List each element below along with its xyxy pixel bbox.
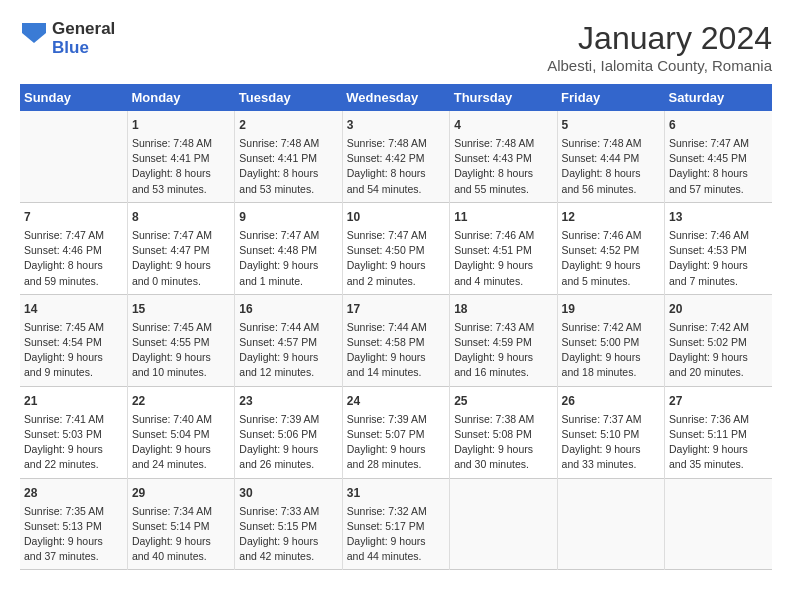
- day-cell: 11Sunrise: 7:46 AMSunset: 4:51 PMDayligh…: [450, 202, 557, 294]
- day-cell: 27Sunrise: 7:36 AMSunset: 5:11 PMDayligh…: [665, 386, 772, 478]
- day-cell: 8Sunrise: 7:47 AMSunset: 4:47 PMDaylight…: [127, 202, 234, 294]
- day-number: 2: [239, 116, 337, 134]
- day-info: Sunrise: 7:35 AMSunset: 5:13 PMDaylight:…: [24, 504, 123, 565]
- logo-text: General Blue: [52, 20, 115, 57]
- day-info: Sunrise: 7:42 AMSunset: 5:02 PMDaylight:…: [669, 320, 768, 381]
- day-info: Sunrise: 7:45 AMSunset: 4:54 PMDaylight:…: [24, 320, 123, 381]
- day-cell: 5Sunrise: 7:48 AMSunset: 4:44 PMDaylight…: [557, 111, 664, 202]
- day-cell: 2Sunrise: 7:48 AMSunset: 4:41 PMDaylight…: [235, 111, 342, 202]
- day-cell: 16Sunrise: 7:44 AMSunset: 4:57 PMDayligh…: [235, 294, 342, 386]
- day-info: Sunrise: 7:45 AMSunset: 4:55 PMDaylight:…: [132, 320, 230, 381]
- day-info: Sunrise: 7:46 AMSunset: 4:52 PMDaylight:…: [562, 228, 660, 289]
- day-info: Sunrise: 7:48 AMSunset: 4:42 PMDaylight:…: [347, 136, 445, 197]
- day-info: Sunrise: 7:47 AMSunset: 4:45 PMDaylight:…: [669, 136, 768, 197]
- day-cell: 29Sunrise: 7:34 AMSunset: 5:14 PMDayligh…: [127, 478, 234, 570]
- day-info: Sunrise: 7:47 AMSunset: 4:50 PMDaylight:…: [347, 228, 445, 289]
- day-cell: [20, 111, 127, 202]
- day-number: 13: [669, 208, 768, 226]
- day-number: 6: [669, 116, 768, 134]
- day-number: 7: [24, 208, 123, 226]
- calendar-table: Sunday Monday Tuesday Wednesday Thursday…: [20, 84, 772, 570]
- day-info: Sunrise: 7:44 AMSunset: 4:57 PMDaylight:…: [239, 320, 337, 381]
- day-number: 10: [347, 208, 445, 226]
- day-number: 24: [347, 392, 445, 410]
- day-cell: 22Sunrise: 7:40 AMSunset: 5:04 PMDayligh…: [127, 386, 234, 478]
- day-info: Sunrise: 7:48 AMSunset: 4:41 PMDaylight:…: [239, 136, 337, 197]
- logo-blue: Blue: [52, 39, 115, 58]
- day-info: Sunrise: 7:42 AMSunset: 5:00 PMDaylight:…: [562, 320, 660, 381]
- day-cell: 30Sunrise: 7:33 AMSunset: 5:15 PMDayligh…: [235, 478, 342, 570]
- calendar-subtitle: Albesti, Ialomita County, Romania: [547, 57, 772, 74]
- day-number: 15: [132, 300, 230, 318]
- day-number: 4: [454, 116, 552, 134]
- day-number: 11: [454, 208, 552, 226]
- weekday-header-row: Sunday Monday Tuesday Wednesday Thursday…: [20, 84, 772, 111]
- week-row-3: 21Sunrise: 7:41 AMSunset: 5:03 PMDayligh…: [20, 386, 772, 478]
- day-number: 12: [562, 208, 660, 226]
- day-cell: 15Sunrise: 7:45 AMSunset: 4:55 PMDayligh…: [127, 294, 234, 386]
- week-row-1: 7Sunrise: 7:47 AMSunset: 4:46 PMDaylight…: [20, 202, 772, 294]
- day-cell: 12Sunrise: 7:46 AMSunset: 4:52 PMDayligh…: [557, 202, 664, 294]
- logo-icon: [20, 21, 48, 57]
- day-number: 23: [239, 392, 337, 410]
- day-cell: 25Sunrise: 7:38 AMSunset: 5:08 PMDayligh…: [450, 386, 557, 478]
- svg-marker-1: [22, 33, 46, 43]
- day-info: Sunrise: 7:48 AMSunset: 4:44 PMDaylight:…: [562, 136, 660, 197]
- day-number: 29: [132, 484, 230, 502]
- day-info: Sunrise: 7:48 AMSunset: 4:41 PMDaylight:…: [132, 136, 230, 197]
- day-cell: 24Sunrise: 7:39 AMSunset: 5:07 PMDayligh…: [342, 386, 449, 478]
- day-info: Sunrise: 7:46 AMSunset: 4:51 PMDaylight:…: [454, 228, 552, 289]
- day-info: Sunrise: 7:44 AMSunset: 4:58 PMDaylight:…: [347, 320, 445, 381]
- day-number: 16: [239, 300, 337, 318]
- header-tuesday: Tuesday: [235, 84, 342, 111]
- day-number: 25: [454, 392, 552, 410]
- day-cell: 31Sunrise: 7:32 AMSunset: 5:17 PMDayligh…: [342, 478, 449, 570]
- day-number: 20: [669, 300, 768, 318]
- day-info: Sunrise: 7:40 AMSunset: 5:04 PMDaylight:…: [132, 412, 230, 473]
- day-cell: [450, 478, 557, 570]
- day-info: Sunrise: 7:34 AMSunset: 5:14 PMDaylight:…: [132, 504, 230, 565]
- day-info: Sunrise: 7:38 AMSunset: 5:08 PMDaylight:…: [454, 412, 552, 473]
- svg-rect-0: [22, 23, 46, 33]
- day-info: Sunrise: 7:47 AMSunset: 4:46 PMDaylight:…: [24, 228, 123, 289]
- header: General Blue January 2024 Albesti, Ialom…: [20, 20, 772, 74]
- day-cell: 10Sunrise: 7:47 AMSunset: 4:50 PMDayligh…: [342, 202, 449, 294]
- day-number: 30: [239, 484, 337, 502]
- day-info: Sunrise: 7:39 AMSunset: 5:06 PMDaylight:…: [239, 412, 337, 473]
- calendar-title: January 2024: [547, 20, 772, 57]
- day-number: 18: [454, 300, 552, 318]
- day-cell: 3Sunrise: 7:48 AMSunset: 4:42 PMDaylight…: [342, 111, 449, 202]
- day-cell: 26Sunrise: 7:37 AMSunset: 5:10 PMDayligh…: [557, 386, 664, 478]
- day-cell: 9Sunrise: 7:47 AMSunset: 4:48 PMDaylight…: [235, 202, 342, 294]
- day-number: 27: [669, 392, 768, 410]
- day-info: Sunrise: 7:32 AMSunset: 5:17 PMDaylight:…: [347, 504, 445, 565]
- day-cell: 13Sunrise: 7:46 AMSunset: 4:53 PMDayligh…: [665, 202, 772, 294]
- day-number: 1: [132, 116, 230, 134]
- day-cell: 14Sunrise: 7:45 AMSunset: 4:54 PMDayligh…: [20, 294, 127, 386]
- day-cell: [557, 478, 664, 570]
- day-info: Sunrise: 7:37 AMSunset: 5:10 PMDaylight:…: [562, 412, 660, 473]
- day-info: Sunrise: 7:36 AMSunset: 5:11 PMDaylight:…: [669, 412, 768, 473]
- day-cell: 21Sunrise: 7:41 AMSunset: 5:03 PMDayligh…: [20, 386, 127, 478]
- week-row-2: 14Sunrise: 7:45 AMSunset: 4:54 PMDayligh…: [20, 294, 772, 386]
- day-info: Sunrise: 7:47 AMSunset: 4:48 PMDaylight:…: [239, 228, 337, 289]
- day-cell: 1Sunrise: 7:48 AMSunset: 4:41 PMDaylight…: [127, 111, 234, 202]
- day-cell: 7Sunrise: 7:47 AMSunset: 4:46 PMDaylight…: [20, 202, 127, 294]
- day-cell: 19Sunrise: 7:42 AMSunset: 5:00 PMDayligh…: [557, 294, 664, 386]
- title-area: January 2024 Albesti, Ialomita County, R…: [547, 20, 772, 74]
- logo: General Blue: [20, 20, 115, 57]
- day-info: Sunrise: 7:41 AMSunset: 5:03 PMDaylight:…: [24, 412, 123, 473]
- day-cell: 4Sunrise: 7:48 AMSunset: 4:43 PMDaylight…: [450, 111, 557, 202]
- day-cell: 28Sunrise: 7:35 AMSunset: 5:13 PMDayligh…: [20, 478, 127, 570]
- header-thursday: Thursday: [450, 84, 557, 111]
- day-number: 14: [24, 300, 123, 318]
- header-saturday: Saturday: [665, 84, 772, 111]
- day-info: Sunrise: 7:39 AMSunset: 5:07 PMDaylight:…: [347, 412, 445, 473]
- week-row-0: 1Sunrise: 7:48 AMSunset: 4:41 PMDaylight…: [20, 111, 772, 202]
- day-number: 8: [132, 208, 230, 226]
- day-info: Sunrise: 7:46 AMSunset: 4:53 PMDaylight:…: [669, 228, 768, 289]
- day-cell: 6Sunrise: 7:47 AMSunset: 4:45 PMDaylight…: [665, 111, 772, 202]
- day-info: Sunrise: 7:43 AMSunset: 4:59 PMDaylight:…: [454, 320, 552, 381]
- day-info: Sunrise: 7:48 AMSunset: 4:43 PMDaylight:…: [454, 136, 552, 197]
- day-number: 22: [132, 392, 230, 410]
